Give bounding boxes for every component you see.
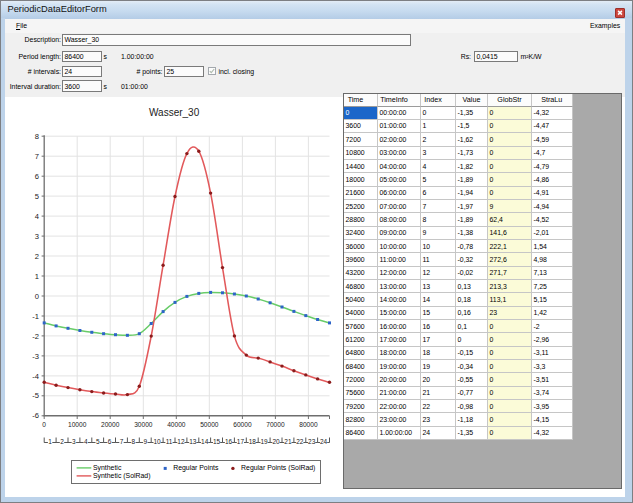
svg-text:18: 18 — [249, 438, 257, 445]
svg-text:80000: 80000 — [299, 421, 318, 428]
svg-text:-2: -2 — [32, 332, 39, 341]
svg-text:13: 13 — [189, 438, 197, 445]
svg-text:7: 7 — [120, 438, 124, 445]
svg-text:20: 20 — [272, 438, 280, 445]
svg-text:50000: 50000 — [200, 421, 219, 428]
svg-text:21: 21 — [284, 438, 292, 445]
svg-text:-4: -4 — [32, 372, 39, 381]
svg-text:24: 24 — [320, 438, 328, 445]
svg-text:-1: -1 — [32, 312, 39, 321]
svg-text:10: 10 — [153, 438, 161, 445]
svg-text:14: 14 — [201, 438, 209, 445]
svg-text:5: 5 — [96, 438, 100, 445]
svg-text:5: 5 — [35, 192, 39, 201]
svg-text:23: 23 — [308, 438, 316, 445]
svg-text:17: 17 — [237, 438, 245, 445]
svg-text:-5: -5 — [32, 391, 39, 400]
svg-text:-6: -6 — [32, 411, 39, 420]
svg-text:8: 8 — [132, 438, 136, 445]
svg-text:15: 15 — [213, 438, 221, 445]
svg-text:8: 8 — [35, 132, 39, 141]
svg-text:2: 2 — [60, 438, 64, 445]
svg-text:70000: 70000 — [266, 421, 285, 428]
svg-text:0: 0 — [35, 292, 39, 301]
svg-text:60000: 60000 — [233, 421, 252, 428]
svg-text:22: 22 — [296, 438, 304, 445]
svg-text:-3: -3 — [32, 352, 39, 361]
svg-text:2: 2 — [35, 252, 39, 261]
svg-text:40000: 40000 — [167, 421, 186, 428]
svg-text:0: 0 — [42, 421, 46, 428]
svg-text:11: 11 — [166, 438, 173, 445]
svg-text:19: 19 — [260, 438, 268, 445]
svg-text:1: 1 — [35, 272, 39, 281]
svg-text:30000: 30000 — [134, 421, 153, 428]
svg-text:20000: 20000 — [101, 421, 120, 428]
svg-text:10000: 10000 — [68, 421, 87, 428]
svg-text:4: 4 — [35, 212, 39, 221]
svg-text:6: 6 — [35, 172, 39, 181]
svg-text:3: 3 — [35, 232, 39, 241]
svg-text:16: 16 — [225, 438, 233, 445]
svg-text:9: 9 — [143, 438, 147, 445]
svg-text:6: 6 — [108, 438, 112, 445]
svg-text:7: 7 — [35, 152, 39, 161]
svg-text:12: 12 — [177, 438, 185, 445]
svg-text:4: 4 — [84, 438, 88, 445]
svg-text:3: 3 — [72, 438, 76, 445]
svg-text:1: 1 — [48, 438, 52, 445]
